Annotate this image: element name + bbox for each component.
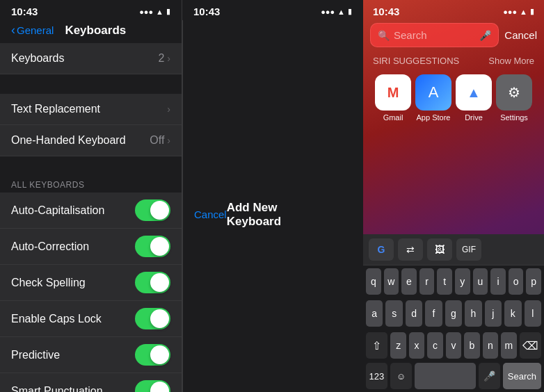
appstore-icon: A [415,74,451,111]
key-i[interactable]: i [490,268,506,295]
key-k[interactable]: k [504,300,521,327]
predictive-row: Predictive [0,337,182,373]
siri-section: SIRI SUGGESTIONS Show More [363,53,544,69]
settings-icon: ⚙ [496,74,532,111]
app-appstore[interactable]: A App Store [415,74,451,122]
key-r[interactable]: r [419,268,435,295]
key-j[interactable]: j [485,300,502,327]
key-p[interactable]: p [526,268,541,295]
drive-label: Drive [465,113,483,122]
status-bar-3: 10:43 ●●● ▲ ▮ [363,0,544,20]
drive-icon: ▲ [456,74,492,111]
status-icons-2: ●●● ▲ ▮ [321,7,352,16]
predictive-label: Predictive [11,349,60,361]
drive-symbol: ▲ [467,85,481,101]
key-v[interactable]: v [446,332,461,359]
key-num[interactable]: 123 [366,363,387,389]
check-spelling-row: Check Spelling [0,265,182,301]
auto-cap-toggle[interactable] [135,199,170,221]
app-drive[interactable]: ▲ Drive [456,74,492,122]
section-gap-1 [0,74,182,94]
chevron-icon-2: › [167,104,170,115]
key-a[interactable]: a [366,300,383,327]
battery-icon-2: ▮ [348,7,352,16]
key-q[interactable]: q [366,268,381,295]
key-x[interactable]: x [409,332,424,359]
key-s[interactable]: s [385,300,402,327]
back-arrow-icon: ‹ [11,23,15,38]
translate-icon[interactable]: ⇄ [398,238,423,261]
check-spelling-label: Check Spelling [11,277,86,289]
battery-icon-3: ▮ [530,7,534,16]
section-gap-2 [0,156,182,176]
keyboards-item[interactable]: Keyboards 2 › [0,43,182,74]
image-search-icon[interactable]: 🖼 [427,238,452,261]
key-emoji[interactable]: ☺ [390,363,412,389]
search-panel: 10:43 ●●● ▲ ▮ 🔍 Search 🎤 Cancel SIRI SUG… [363,0,544,392]
battery-icon: ▮ [166,7,170,16]
auto-correct-toggle[interactable] [135,236,170,257]
signal-icon-2: ●●● [321,8,335,16]
one-handed-item[interactable]: One-Handed Keyboard Off › [0,125,182,156]
status-icons-3: ●●● ▲ ▮ [503,7,534,16]
key-shift[interactable]: ⇧ [366,332,387,359]
key-e[interactable]: e [401,268,417,295]
back-button[interactable]: ‹ General [11,23,54,38]
search-icon: 🔍 [378,30,390,41]
keyboard-area: G ⇄ 🖼 GIF q w e r t y u i o p a s d f g … [363,234,544,392]
text-replacement-item[interactable]: Text Replacement › [0,94,182,125]
smart-punct-row: Smart Punctuation [0,373,182,392]
caps-lock-toggle[interactable] [135,308,170,329]
google-g-icon[interactable]: G [369,238,394,261]
key-space[interactable] [415,363,476,389]
gmail-icon: M [375,74,411,111]
search-bar[interactable]: 🔍 Search 🎤 [370,23,499,47]
key-u[interactable]: u [473,268,488,295]
key-n[interactable]: n [483,332,498,359]
cancel-button[interactable]: Cancel [194,209,227,220]
key-c[interactable]: c [427,332,442,359]
search-cancel-button[interactable]: Cancel [504,29,537,41]
keyboard-bottom-row: 123 ☺ 🎤 Search [363,361,544,392]
time-2: 10:43 [193,6,220,17]
signal-icon: ●●● [139,8,153,16]
gif-icon[interactable]: GIF [456,238,481,261]
panel3-content: 10:43 ●●● ▲ ▮ 🔍 Search 🎤 Cancel SIRI SUG… [363,0,544,127]
smart-punct-toggle[interactable] [135,380,170,392]
key-m[interactable]: m [501,332,516,359]
key-d[interactable]: d [406,300,422,327]
show-more-button[interactable]: Show More [488,56,534,66]
key-delete[interactable]: ⌫ [520,332,541,359]
appstore-symbol: A [429,83,439,101]
signal-icon-3: ●●● [503,8,517,16]
smart-punct-label: Smart Punctuation [11,385,103,393]
keyboard-row1: q w e r t y u i o p [363,266,544,297]
keyboard-toolbar: G ⇄ 🖼 GIF [363,234,544,266]
auto-correct-row: Auto-Correction [0,229,182,265]
key-mic[interactable]: 🎤 [479,363,500,389]
key-b[interactable]: b [464,332,479,359]
key-f[interactable]: f [425,300,442,327]
settings-symbol: ⚙ [508,84,520,101]
predictive-toggle[interactable] [135,344,170,366]
all-keyboards-header: ALL KEYBOARDS [0,176,182,193]
key-t[interactable]: t [437,268,452,295]
status-bar-2: 10:43 ●●● ▲ ▮ [182,0,363,20]
app-gmail[interactable]: M Gmail [375,74,411,122]
chevron-icon-3: › [167,135,170,146]
gmail-label: Gmail [383,113,403,122]
key-h[interactable]: h [465,300,481,327]
wifi-icon-3: ▲ [520,8,527,16]
key-l[interactable]: l [525,300,541,327]
key-y[interactable]: y [455,268,470,295]
key-search[interactable]: Search [503,363,541,389]
key-g[interactable]: g [445,300,462,327]
key-o[interactable]: o [509,268,524,295]
app-settings[interactable]: ⚙ Settings [496,74,532,122]
search-row: 🔍 Search 🎤 Cancel [363,20,544,53]
check-spelling-toggle[interactable] [135,272,170,293]
siri-suggestions-label: SIRI SUGGESTIONS [373,56,459,66]
one-handed-label: One-Handed Keyboard [11,134,126,147]
key-z[interactable]: z [390,332,406,359]
key-w[interactable]: w [384,268,399,295]
